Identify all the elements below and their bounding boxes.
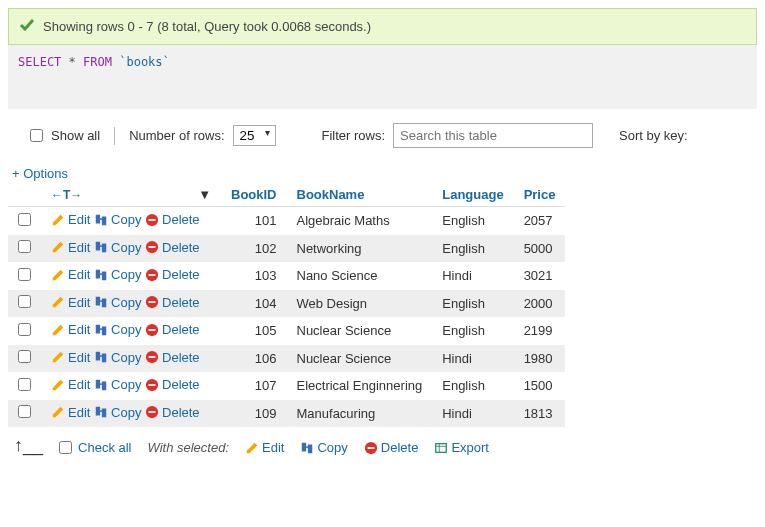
row-checkbox[interactable] bbox=[18, 268, 31, 281]
copy-link[interactable]: Copy bbox=[94, 267, 141, 282]
footer-delete[interactable]: Delete bbox=[364, 440, 419, 455]
row-checkbox[interactable] bbox=[18, 295, 31, 308]
table-row: Edit Copy Delete109ManufacuringHindi1813 bbox=[8, 400, 565, 428]
check-all-checkbox[interactable] bbox=[59, 441, 72, 454]
cell-language: Hindi bbox=[432, 400, 513, 428]
edit-link[interactable]: Edit bbox=[51, 267, 90, 282]
svg-rect-4 bbox=[96, 242, 100, 251]
cell-language: English bbox=[432, 235, 513, 263]
copy-link[interactable]: Copy bbox=[94, 240, 141, 255]
cell-bookname: Electrical Enginnering bbox=[287, 372, 433, 400]
svg-rect-9 bbox=[102, 271, 106, 280]
cell-language: English bbox=[432, 207, 513, 235]
table-row: Edit Copy Delete101Algebraic MathsEnglis… bbox=[8, 207, 565, 235]
svg-rect-24 bbox=[96, 379, 100, 388]
delete-link[interactable]: Delete bbox=[145, 267, 200, 282]
col-bookname[interactable]: BookName bbox=[287, 183, 433, 207]
delete-link[interactable]: Delete bbox=[145, 350, 200, 365]
svg-rect-36 bbox=[436, 443, 447, 452]
check-icon bbox=[19, 17, 35, 36]
delete-link[interactable]: Delete bbox=[145, 240, 200, 255]
delete-link[interactable]: Delete bbox=[145, 377, 200, 392]
svg-rect-11 bbox=[149, 274, 156, 276]
query-success-bar: Showing rows 0 - 7 (8 total, Query took … bbox=[8, 8, 757, 45]
svg-rect-32 bbox=[302, 442, 306, 451]
copy-link[interactable]: Copy bbox=[94, 212, 141, 227]
cell-bookname: Nano Science bbox=[287, 262, 433, 290]
footer-edit[interactable]: Edit bbox=[245, 440, 284, 455]
row-checkbox[interactable] bbox=[18, 378, 31, 391]
edit-link[interactable]: Edit bbox=[51, 295, 90, 310]
sql-star: * bbox=[69, 55, 76, 69]
svg-rect-15 bbox=[149, 301, 156, 303]
cell-language: English bbox=[432, 372, 513, 400]
svg-rect-33 bbox=[308, 444, 312, 453]
row-checkbox[interactable] bbox=[18, 323, 31, 336]
sql-from: FROM bbox=[83, 55, 112, 69]
footer-copy[interactable]: Copy bbox=[300, 440, 347, 455]
sql-table: `books` bbox=[119, 55, 170, 69]
cell-price: 2199 bbox=[514, 317, 566, 345]
cell-language: Hindi bbox=[432, 262, 513, 290]
table-row: Edit Copy Delete103Nano ScienceHindi3021 bbox=[8, 262, 565, 290]
results-table: ←T→ ▼ BookID BookName Language Price Edi… bbox=[8, 183, 565, 427]
svg-rect-19 bbox=[149, 329, 156, 331]
delete-link[interactable]: Delete bbox=[145, 295, 200, 310]
show-all-label: Show all bbox=[51, 128, 100, 143]
sql-select: SELECT bbox=[18, 55, 61, 69]
edit-link[interactable]: Edit bbox=[51, 377, 90, 392]
svg-rect-27 bbox=[149, 384, 156, 386]
copy-link[interactable]: Copy bbox=[94, 295, 141, 310]
num-rows-select[interactable]: 25 bbox=[233, 125, 276, 146]
copy-link[interactable]: Copy bbox=[94, 377, 141, 392]
table-footer: ↑__ Check all With selected: Edit Copy D… bbox=[8, 427, 757, 468]
col-price[interactable]: Price bbox=[514, 183, 566, 207]
delete-link[interactable]: Delete bbox=[145, 212, 200, 227]
filter-rows-label: Filter rows: bbox=[322, 128, 386, 143]
row-checkbox[interactable] bbox=[18, 213, 31, 226]
cell-bookid: 107 bbox=[221, 372, 287, 400]
filter-rows-input[interactable] bbox=[393, 123, 593, 148]
cell-bookid: 101 bbox=[221, 207, 287, 235]
cell-language: Hindi bbox=[432, 345, 513, 373]
sort-by-key-label: Sort by key: bbox=[619, 128, 688, 143]
cell-price: 2057 bbox=[514, 207, 566, 235]
delete-link[interactable]: Delete bbox=[145, 322, 200, 337]
cell-price: 1980 bbox=[514, 345, 566, 373]
cell-price: 5000 bbox=[514, 235, 566, 263]
row-checkbox[interactable] bbox=[18, 350, 31, 363]
svg-rect-29 bbox=[102, 409, 106, 418]
edit-link[interactable]: Edit bbox=[51, 405, 90, 420]
svg-rect-20 bbox=[96, 352, 100, 361]
cell-bookname: Algebraic Maths bbox=[287, 207, 433, 235]
show-all-checkbox[interactable] bbox=[30, 129, 43, 142]
col-bookid[interactable]: BookID bbox=[221, 183, 287, 207]
copy-link[interactable]: Copy bbox=[94, 322, 141, 337]
row-checkbox[interactable] bbox=[18, 405, 31, 418]
col-language[interactable]: Language bbox=[432, 183, 513, 207]
svg-rect-17 bbox=[102, 326, 106, 335]
cell-bookid: 106 bbox=[221, 345, 287, 373]
cell-price: 1500 bbox=[514, 372, 566, 400]
edit-link[interactable]: Edit bbox=[51, 212, 90, 227]
cell-bookname: Web Design bbox=[287, 290, 433, 318]
copy-link[interactable]: Copy bbox=[94, 350, 141, 365]
options-toggle[interactable]: + Options bbox=[8, 158, 68, 181]
edit-link[interactable]: Edit bbox=[51, 240, 90, 255]
footer-export[interactable]: Export bbox=[434, 440, 489, 455]
table-row: Edit Copy Delete106Nuclear ScienceHindi1… bbox=[8, 345, 565, 373]
sort-direction-header[interactable]: ←T→ ▼ bbox=[41, 183, 221, 207]
cell-bookid: 103 bbox=[221, 262, 287, 290]
edit-link[interactable]: Edit bbox=[51, 322, 90, 337]
delete-link[interactable]: Delete bbox=[145, 405, 200, 420]
svg-rect-3 bbox=[149, 219, 156, 221]
row-checkbox[interactable] bbox=[18, 240, 31, 253]
table-row: Edit Copy Delete104Web DesignEnglish2000 bbox=[8, 290, 565, 318]
controls-bar: Show all Number of rows: 25 Filter rows:… bbox=[8, 109, 757, 158]
check-all-link[interactable]: Check all bbox=[78, 440, 131, 455]
copy-link[interactable]: Copy bbox=[94, 405, 141, 420]
cell-language: English bbox=[432, 290, 513, 318]
edit-link[interactable]: Edit bbox=[51, 350, 90, 365]
with-selected-label: With selected: bbox=[148, 440, 230, 455]
svg-rect-25 bbox=[102, 381, 106, 390]
